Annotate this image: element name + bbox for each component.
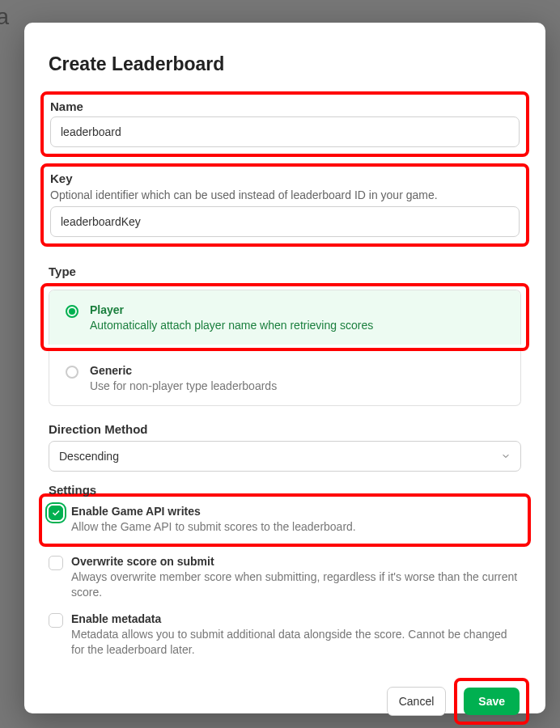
setting-desc: Always overwrite member score when submi… bbox=[71, 569, 521, 601]
setting-enable-metadata[interactable]: Enable metadata Metadata allows you to s… bbox=[49, 612, 521, 658]
type-option-text: Player Automatically attach player name … bbox=[90, 303, 504, 332]
background-page-text: oa bbox=[0, 4, 9, 30]
setting-text: Enable Game API writes Allow the Game AP… bbox=[71, 505, 521, 535]
type-option-player[interactable]: Player Automatically attach player name … bbox=[49, 290, 521, 345]
direction-label: Direction Method bbox=[49, 422, 521, 436]
name-input[interactable] bbox=[50, 116, 520, 147]
cancel-button[interactable]: Cancel bbox=[387, 687, 447, 716]
radio-icon bbox=[66, 366, 78, 379]
key-field-highlight: Key Optional identifier which can be use… bbox=[40, 163, 529, 247]
setting-title: Enable Game API writes bbox=[71, 505, 521, 518]
checkbox-icon bbox=[49, 506, 63, 520]
type-option-generic[interactable]: Generic Use for non-player type leaderbo… bbox=[49, 351, 521, 406]
setting-desc: Metadata allows you to submit additional… bbox=[71, 627, 521, 658]
checkbox-icon bbox=[49, 613, 63, 628]
direction-value: Descending bbox=[59, 450, 119, 463]
setting-overwrite-score[interactable]: Overwrite score on submit Always overwri… bbox=[49, 555, 521, 601]
type-option-title: Generic bbox=[90, 364, 504, 377]
type-option-desc: Automatically attach player name when re… bbox=[90, 319, 504, 332]
setting-title: Enable metadata bbox=[71, 612, 521, 625]
type-option-title: Player bbox=[90, 303, 504, 316]
modal-footer: Cancel Save bbox=[49, 678, 521, 725]
direction-select[interactable]: Descending bbox=[49, 441, 521, 472]
key-input[interactable] bbox=[50, 206, 520, 237]
chevron-down-icon bbox=[501, 451, 511, 461]
setting-text: Overwrite score on submit Always overwri… bbox=[71, 555, 521, 601]
modal-title: Create Leaderboard bbox=[49, 53, 521, 75]
name-field-highlight: Name bbox=[40, 91, 529, 157]
key-label: Key bbox=[50, 171, 520, 185]
save-button[interactable]: Save bbox=[464, 688, 520, 715]
setting-enable-game-api[interactable]: Enable Game API writes Allow the Game AP… bbox=[49, 505, 521, 535]
checkbox-icon bbox=[49, 556, 63, 570]
key-hint: Optional identifier which can be used in… bbox=[50, 188, 520, 201]
radio-icon bbox=[66, 305, 78, 318]
setting-text: Enable metadata Metadata allows you to s… bbox=[71, 612, 521, 658]
enable-game-api-highlight: Enable Game API writes Allow the Game AP… bbox=[39, 493, 531, 547]
type-option-desc: Use for non-player type leaderboards bbox=[90, 379, 504, 392]
setting-desc: Allow the Game API to submit scores to t… bbox=[71, 519, 521, 535]
create-leaderboard-modal: Create Leaderboard Name Key Optional ide… bbox=[24, 23, 545, 713]
type-option-text: Generic Use for non-player type leaderbo… bbox=[90, 364, 504, 392]
check-icon bbox=[51, 508, 61, 518]
type-label: Type bbox=[49, 265, 521, 278]
type-player-highlight: Player Automatically attach player name … bbox=[40, 283, 529, 351]
save-button-highlight: Save bbox=[454, 678, 529, 725]
setting-title: Overwrite score on submit bbox=[71, 555, 521, 568]
name-label: Name bbox=[50, 99, 520, 113]
